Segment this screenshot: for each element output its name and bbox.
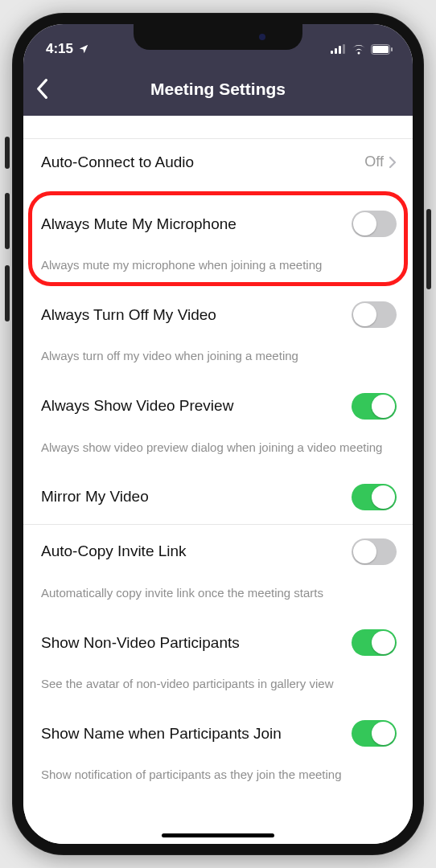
notch bbox=[134, 24, 302, 50]
row-desc: Always show video preview dialog when jo… bbox=[23, 433, 413, 470]
row-non-video: Show Non-Video Participants bbox=[23, 616, 413, 669]
row-label: Mirror My Video bbox=[41, 488, 149, 506]
row-desc: Automatically copy invite link once the … bbox=[23, 579, 413, 616]
svg-rect-0 bbox=[331, 51, 333, 54]
battery-icon bbox=[371, 44, 393, 55]
row-desc: Show notification of participants as the… bbox=[23, 760, 413, 804]
toggle-show-name[interactable] bbox=[352, 720, 397, 747]
screen: 4:15 bbox=[23, 24, 413, 844]
page-title: Meeting Settings bbox=[150, 80, 286, 99]
row-desc: Always mute my microphone when joining a… bbox=[23, 251, 413, 288]
volume-up-button bbox=[5, 193, 10, 249]
row-always-mute-mic: Always Mute My Microphone bbox=[23, 193, 413, 251]
nav-header: Meeting Settings bbox=[23, 63, 413, 116]
row-label: Auto-Connect to Audio bbox=[41, 154, 194, 171]
phone-frame: 4:15 bbox=[12, 13, 424, 855]
svg-rect-3 bbox=[343, 44, 345, 54]
row-label: Always Mute My Microphone bbox=[41, 215, 237, 233]
row-label: Always Show Video Preview bbox=[41, 397, 233, 415]
wifi-icon bbox=[352, 44, 366, 55]
row-auto-connect-audio[interactable]: Auto-Connect to Audio Off bbox=[23, 138, 413, 185]
toggle-off-video[interactable] bbox=[352, 301, 397, 328]
svg-rect-6 bbox=[391, 47, 393, 51]
chevron-right-icon bbox=[389, 156, 397, 169]
row-desc: See the avatar of non-video participants… bbox=[23, 669, 413, 706]
row-auto-copy: Auto-Copy Invite Link bbox=[23, 524, 413, 579]
signal-icon bbox=[331, 44, 347, 54]
settings-list[interactable]: Auto-Connect to Audio Off Always Mute My… bbox=[23, 116, 413, 844]
row-value: Off bbox=[364, 154, 397, 170]
row-label: Auto-Copy Invite Link bbox=[41, 542, 187, 560]
row-label: Always Turn Off My Video bbox=[41, 306, 216, 324]
mute-switch bbox=[5, 137, 10, 169]
row-always-off-video: Always Turn Off My Video bbox=[23, 288, 413, 342]
back-button[interactable] bbox=[35, 78, 49, 99]
row-show-preview: Always Show Video Preview bbox=[23, 379, 413, 433]
status-time: 4:15 bbox=[46, 41, 73, 57]
volume-down-button bbox=[5, 265, 10, 321]
side-button bbox=[426, 209, 431, 289]
svg-rect-5 bbox=[372, 46, 389, 53]
toggle-auto-copy[interactable] bbox=[352, 538, 397, 565]
row-desc: Always turn off my video when joining a … bbox=[23, 342, 413, 379]
svg-rect-2 bbox=[339, 46, 341, 54]
row-label: Show Name when Participants Join bbox=[41, 725, 282, 743]
toggle-mirror-video[interactable] bbox=[352, 484, 397, 510]
row-show-name: Show Name when Participants Join bbox=[23, 706, 413, 760]
toggle-non-video[interactable] bbox=[352, 629, 397, 656]
toggle-mute-mic[interactable] bbox=[352, 211, 397, 237]
row-mirror-video: Mirror My Video bbox=[23, 470, 413, 524]
row-label: Show Non-Video Participants bbox=[41, 634, 240, 652]
location-arrow-icon bbox=[78, 43, 89, 55]
home-indicator[interactable] bbox=[162, 833, 274, 837]
toggle-show-preview[interactable] bbox=[352, 393, 397, 420]
svg-rect-1 bbox=[335, 48, 337, 54]
